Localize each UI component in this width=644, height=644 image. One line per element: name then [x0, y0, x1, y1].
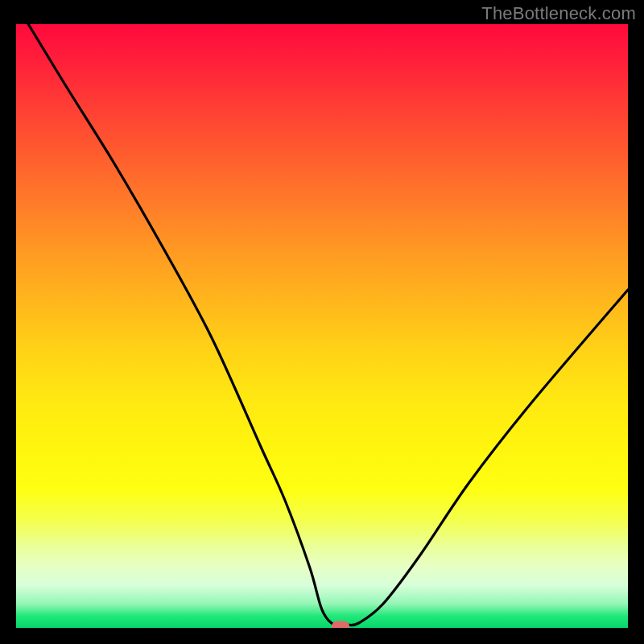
bottleneck-curve — [16, 24, 628, 628]
optimal-point-marker — [332, 621, 349, 628]
watermark-text: TheBottleneck.com — [481, 3, 636, 24]
chart-frame: TheBottleneck.com — [0, 0, 644, 644]
plot-area — [16, 24, 628, 628]
